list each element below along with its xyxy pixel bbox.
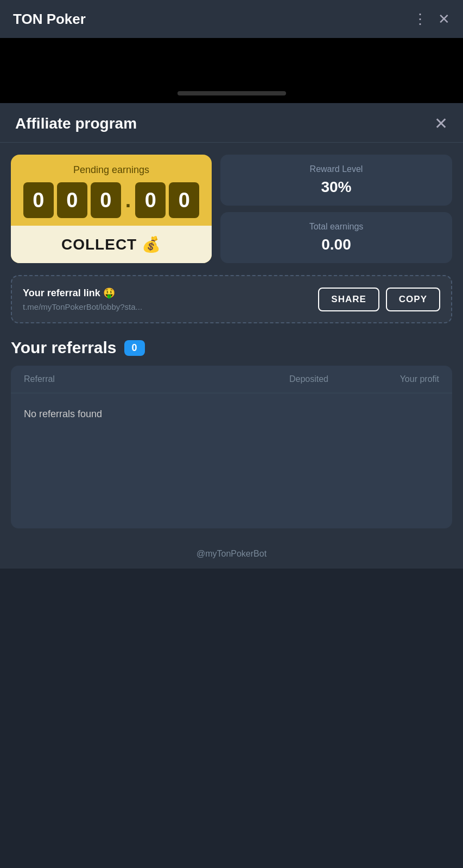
collect-button[interactable]: COLLECT 💰 <box>11 226 212 263</box>
table-header: Referral Deposited Your profit <box>11 366 452 393</box>
collect-label: COLLECT 💰 <box>61 236 161 253</box>
footer-text: @myTonPokerBot <box>196 549 267 558</box>
modal-header: Affiliate program ✕ <box>0 103 463 143</box>
referrals-heading-row: Your referrals 0 <box>11 339 452 357</box>
col-deposited: Deposited <box>265 374 352 384</box>
col-profit: Your profit <box>352 374 439 384</box>
reward-value: 30% <box>321 178 351 196</box>
referral-link-box: Your referral link 🤑 t.me/myTonPokerBot/… <box>11 275 452 323</box>
referral-emoji: 🤑 <box>103 288 115 298</box>
referrals-section: Your referrals 0 Referral Deposited Your… <box>0 323 463 528</box>
pending-card-top: Pending earnings 0 0 0 . 0 0 <box>11 155 212 226</box>
digit-3: 0 <box>135 182 166 218</box>
share-button[interactable]: SHARE <box>318 288 379 311</box>
right-cards: Reward Level 30% Total earnings 0.00 <box>220 155 452 263</box>
affiliate-modal: Affiliate program ✕ Pending earnings 0 0… <box>0 103 463 569</box>
digit-0: 0 <box>23 182 54 218</box>
copy-button[interactable]: COPY <box>386 288 440 311</box>
pending-card: Pending earnings 0 0 0 . 0 0 COLLECT 💰 <box>11 155 212 263</box>
referral-left: Your referral link 🤑 t.me/myTonPokerBot/… <box>23 287 309 311</box>
top-close-button[interactable]: ✕ <box>438 12 450 26</box>
top-bar: TON Poker ⋮ ✕ <box>0 0 463 38</box>
referrals-heading: Your referrals <box>11 339 117 357</box>
app-title: TON Poker <box>13 11 86 28</box>
referral-url: t.me/myTonPokerBot/lobby?sta... <box>23 302 309 311</box>
pending-label: Pending earnings <box>22 164 201 176</box>
preview-area <box>0 38 463 103</box>
reward-card: Reward Level 30% <box>220 155 452 206</box>
col-referral: Referral <box>24 374 265 384</box>
total-label: Total earnings <box>309 222 364 232</box>
total-value: 0.00 <box>321 236 351 253</box>
reward-label: Reward Level <box>310 164 363 174</box>
more-options-button[interactable]: ⋮ <box>413 12 427 26</box>
top-bar-icons: ⋮ ✕ <box>413 12 450 26</box>
referral-link-title: Your referral link 🤑 <box>23 287 309 299</box>
digit-1: 0 <box>57 182 87 218</box>
cards-row: Pending earnings 0 0 0 . 0 0 COLLECT 💰 R… <box>0 143 463 263</box>
modal-close-button[interactable]: ✕ <box>434 116 448 132</box>
referral-buttons: SHARE COPY <box>318 288 440 311</box>
no-referrals-message: No referrals found <box>11 393 452 435</box>
scroll-indicator <box>177 91 286 95</box>
digit-separator: . <box>125 189 131 212</box>
digit-4: 0 <box>169 182 199 218</box>
digit-2: 0 <box>91 182 121 218</box>
referral-count-badge: 0 <box>124 340 145 356</box>
footer: @myTonPokerBot <box>0 539 463 569</box>
referrals-table: Referral Deposited Your profit No referr… <box>11 366 452 528</box>
total-card: Total earnings 0.00 <box>220 212 452 263</box>
modal-title: Affiliate program <box>15 115 137 132</box>
digits-row: 0 0 0 . 0 0 <box>22 182 201 218</box>
